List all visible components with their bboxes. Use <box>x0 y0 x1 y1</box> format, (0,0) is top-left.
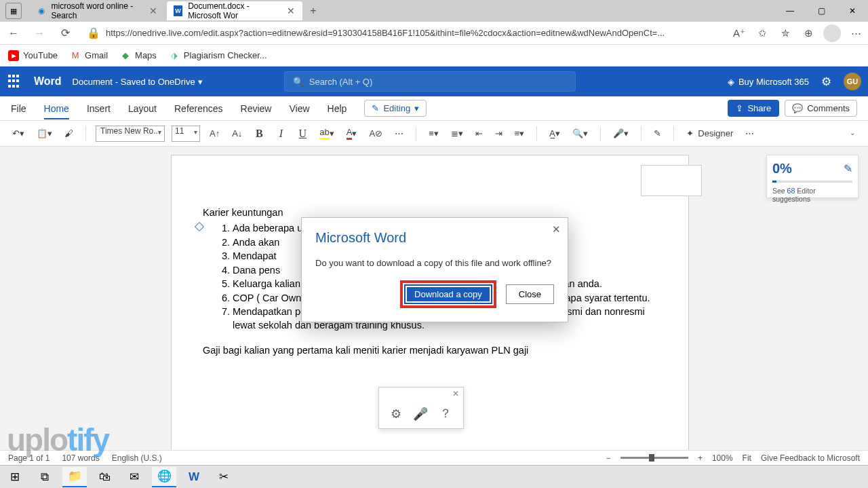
format-painter-button[interactable]: 🖌 <box>62 125 76 143</box>
read-aloud-icon[interactable]: A⁺ <box>731 25 747 41</box>
tab-layout[interactable]: Layout <box>128 103 157 114</box>
minimize-button[interactable]: — <box>774 0 806 22</box>
buy-microsoft-button[interactable]: ◈Buy Microsoft 365 <box>728 77 809 87</box>
task-view-button[interactable]: ⧉ <box>33 467 57 487</box>
bookmark-plagiarism[interactable]: ⬗Plagiarism Checker... <box>169 50 267 61</box>
tab-references[interactable]: References <box>174 103 223 114</box>
close-icon[interactable]: ✕ <box>287 5 296 16</box>
align-button[interactable]: ≡▾ <box>512 125 528 143</box>
snip-icon[interactable]: ✂ <box>212 467 236 487</box>
pencil-icon: ✎ <box>372 103 379 113</box>
file-explorer-icon[interactable]: 📁 <box>62 467 87 487</box>
undo-button[interactable]: ↶▾ <box>9 125 27 143</box>
tab-insert[interactable]: Insert <box>87 103 111 114</box>
more-commands-button[interactable]: ⋯ <box>743 125 757 143</box>
doc-title-line: Karier keuntungan <box>203 207 657 218</box>
search-icon: 🔍 <box>293 77 304 87</box>
dictate-button[interactable]: 🎤▾ <box>610 125 631 143</box>
find-button[interactable]: 🔍▾ <box>570 125 591 143</box>
paste-button[interactable]: 📋▾ <box>34 125 55 143</box>
help-icon[interactable]: ？ <box>439 405 452 421</box>
close-icon[interactable]: ✕ <box>552 223 561 236</box>
tab-document[interactable]: W Document.docx - Microsoft Wor ✕ <box>167 1 302 20</box>
word-app-name[interactable]: Word <box>34 75 62 88</box>
zoom-slider[interactable] <box>620 457 688 459</box>
numbering-button[interactable]: ≣▾ <box>448 125 466 143</box>
dictation-toolbar[interactable]: ✕ ⚙ 🎤 ？ <box>378 387 464 429</box>
styles-button[interactable]: A̲▾ <box>547 125 563 143</box>
gear-icon[interactable]: ⚙ <box>391 407 401 421</box>
fit-button[interactable]: Fit <box>743 453 751 463</box>
highlight-button[interactable]: ab▾ <box>317 125 336 143</box>
maximize-button[interactable]: ▢ <box>806 0 837 22</box>
bullets-button[interactable]: ≡▾ <box>426 125 441 143</box>
font-size-select[interactable]: 11 <box>172 126 200 142</box>
zoom-out-button[interactable]: − <box>606 453 611 463</box>
window-close-button[interactable]: ✕ <box>837 0 868 22</box>
tab-help[interactable]: Help <box>328 103 347 114</box>
more-icon[interactable]: ⋯ <box>848 25 864 41</box>
tab-home[interactable]: Home <box>44 103 69 119</box>
collections-icon[interactable]: ⊕ <box>800 25 816 41</box>
zoom-in-button[interactable]: + <box>698 453 703 463</box>
tab-actions-icon[interactable]: ▦ <box>5 3 22 19</box>
watermark: uplotify <box>7 421 108 458</box>
close-icon[interactable]: ✕ <box>452 389 459 398</box>
collapse-ribbon-icon[interactable]: ⌄ <box>846 129 859 138</box>
back-button[interactable]: ← <box>4 24 23 43</box>
share-button[interactable]: ⇪Share <box>728 100 779 117</box>
favorite-icon[interactable]: ✩ <box>754 25 770 41</box>
more-font-button[interactable]: ⋯ <box>392 125 406 143</box>
shrink-font-button[interactable]: A↓ <box>229 125 245 143</box>
language-indicator[interactable]: English (U.S.) <box>112 453 162 463</box>
editing-mode-button[interactable]: ✎Editing▾ <box>364 100 427 117</box>
tab-label: microsoft word online - Search <box>52 1 144 20</box>
zoom-level[interactable]: 100% <box>712 453 733 463</box>
bookmark-gmail[interactable]: MGmail <box>70 50 108 61</box>
start-button[interactable]: ⊞ <box>3 467 27 487</box>
favorites-bar-icon[interactable]: ✮ <box>777 25 793 41</box>
close-button[interactable]: Close <box>506 284 554 304</box>
url-text: https://onedrive.live.com/edit.aspx?acti… <box>106 28 665 38</box>
forward-button[interactable]: → <box>30 24 49 43</box>
mail-icon[interactable]: ✉ <box>122 467 146 487</box>
close-icon[interactable]: ✕ <box>149 5 159 16</box>
edge-icon[interactable]: 🌐 <box>152 467 176 487</box>
increase-indent-button[interactable]: ⇥ <box>492 125 505 143</box>
dialog-message: Do you want to download a copy of this f… <box>315 258 554 268</box>
decrease-indent-button[interactable]: ⇤ <box>473 125 486 143</box>
tab-file[interactable]: File <box>11 103 26 114</box>
comment-icon: 💬 <box>792 103 803 113</box>
bookmark-youtube[interactable]: ▶YouTube <box>8 50 58 61</box>
clear-format-button[interactable]: A⊘ <box>366 125 385 143</box>
settings-icon[interactable]: ⚙ <box>821 75 831 89</box>
tab-review[interactable]: Review <box>241 103 272 114</box>
tab-search[interactable]: ◉ microsoft word online - Search ✕ <box>30 1 165 20</box>
bold-button[interactable]: B <box>252 125 267 143</box>
new-tab-button[interactable]: + <box>304 1 323 20</box>
grow-font-button[interactable]: A↑ <box>207 125 222 143</box>
selection-handle-icon[interactable] <box>195 222 204 231</box>
tab-view[interactable]: View <box>289 103 309 114</box>
bookmark-maps[interactable]: ◆Maps <box>120 50 157 61</box>
underline-button[interactable]: U <box>295 125 310 143</box>
font-family-select[interactable]: Times New Ro... <box>96 126 165 142</box>
user-avatar[interactable]: GU <box>844 73 861 90</box>
designer-button[interactable]: ✦Designer <box>684 125 736 143</box>
feedback-link[interactable]: Give Feedback to Microsoft <box>761 453 860 463</box>
italic-button[interactable]: I <box>273 125 288 143</box>
address-bar[interactable]: 🔒 https://onedrive.live.com/edit.aspx?ac… <box>81 26 724 39</box>
app-launcher-icon[interactable] <box>7 73 23 90</box>
document-title[interactable]: Document - Saved to OneDrive ▾ <box>73 77 203 87</box>
comments-button[interactable]: 💬Comments <box>785 100 857 117</box>
refresh-button[interactable]: ⟳ <box>56 24 75 43</box>
search-input[interactable]: 🔍 Search (Alt + Q) <box>284 71 576 92</box>
profile-icon[interactable] <box>823 24 841 42</box>
font-color-button[interactable]: A▾ <box>344 125 360 143</box>
store-icon[interactable]: 🛍 <box>92 467 117 487</box>
editor-button[interactable]: ✎ <box>651 125 664 143</box>
word-desktop-icon[interactable]: W <box>182 467 206 487</box>
microphone-icon[interactable]: 🎤 <box>413 407 428 421</box>
download-copy-button[interactable]: Download a copy <box>404 284 492 304</box>
editor-score-panel[interactable]: 0% ✎ See 68 Editor suggestions <box>766 155 859 198</box>
